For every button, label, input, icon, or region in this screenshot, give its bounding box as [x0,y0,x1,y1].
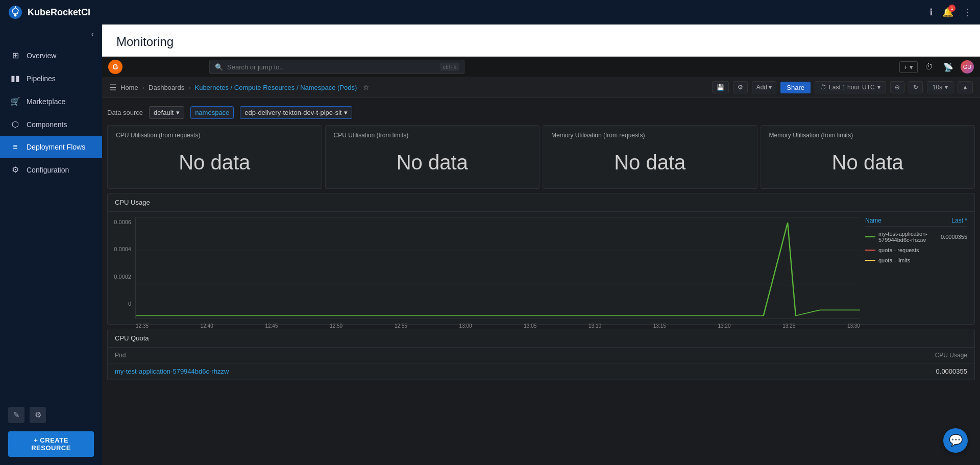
table-col-cpu-usage: CPU Usage [935,352,967,359]
grafana-avatar[interactable]: GU [961,60,974,74]
x-label-5: 12:55 [395,323,407,329]
legend-item-3[interactable]: quota - limits [865,257,967,263]
info-icon[interactable]: ℹ [929,7,933,18]
stat-card-memory-limits: Memory Utilisation (from limits) No data [761,125,975,189]
cpu-quota-table-section: CPU Quota Pod CPU Usage my-test-applicat… [107,329,975,380]
breadcrumb-home[interactable]: Home [120,84,138,91]
legend-item-1-value: 0.0000355 [941,234,967,240]
stat-card-memory-limits-value: No data [769,143,967,182]
grafana-time-selector[interactable]: ⏱ Last 1 hour UTC ▾ [815,81,886,93]
search-icon: 🔍 [215,63,223,71]
timezone-label: UTC [862,84,875,91]
sidebar-item-pipelines[interactable]: ▮▮ Pipelines [0,67,102,90]
grafana-search-bar[interactable]: 🔍 ctrl+k [209,60,464,74]
breadcrumb-sep-2: › [188,84,190,91]
sidebar-item-overview[interactable]: ⊞ Overview [0,44,102,67]
time-selector-label: Last 1 hour [829,84,860,91]
stat-card-memory-limits-title: Memory Utilisation (from limits) [769,132,967,139]
grafana-refresh-interval[interactable]: 10s ▾ [927,81,953,93]
deployment-flows-icon: ≡ [10,142,20,152]
top-bar-left: KubeRocketCI [8,5,90,19]
table-header-row: Pod CPU Usage [108,348,974,363]
breadcrumb-current[interactable]: Kubernetes / Compute Resources / Namespa… [194,84,357,91]
datasource-select[interactable]: default ▾ [149,106,184,119]
app-title: KubeRocketCI [28,7,90,18]
refresh-interval-label: 10s [933,84,942,91]
namespace-select[interactable]: namespace [190,106,234,119]
grafana-main: Data source default ▾ namespace edp-deli… [102,98,980,465]
page-header: Monitoring [102,25,980,57]
legend-item-3-name: quota - limits [878,257,910,263]
notifications-icon[interactable]: 🔔 1 [942,7,953,18]
y-axis-label-3: 0.0002 [114,274,131,280]
chat-button[interactable]: 💬 [943,428,968,453]
legend-item-2[interactable]: quota - requests [865,247,967,253]
app-logo-icon [8,5,22,19]
grafana-filter-row: Data source default ▾ namespace edp-deli… [107,102,975,125]
table-pod-link[interactable]: my-test-application-579944bd6c-rhzzw [115,368,229,375]
legend-item-2-name: quota - requests [878,247,919,253]
notification-badge: 1 [948,5,955,12]
stat-card-memory-requests-title: Memory Utilisation (from requests) [551,132,749,139]
edit-icon-button[interactable]: ✎ [8,407,24,423]
chart-x-axis: 12:35 12:40 12:45 12:50 12:55 13:00 13:0… [136,323,860,329]
breadcrumb-dashboards[interactable]: Dashboards [149,84,184,91]
legend-color-3 [865,260,875,261]
more-menu-icon[interactable]: ⋮ [963,7,972,18]
grafana-refresh-button[interactable]: ↻ [909,81,923,93]
legend-last-header: Last * [951,217,967,224]
stat-card-cpu-limits-title: CPU Utilisation (from limits) [334,132,531,139]
settings-icon-button[interactable]: ⚙ [30,407,46,423]
sidebar-item-configuration-label: Configuration [27,166,69,174]
sidebar-item-configuration[interactable]: ⚙ Configuration [0,158,102,181]
grafana-topbar: G 🔍 ctrl+k + ▾ ⏱ 📡 GU [102,57,980,77]
grafana-breadcrumb: ☰ Home › Dashboards › Kubernetes / Compu… [102,77,980,98]
sidebar-item-deployment-flows[interactable]: ≡ Deployment Flows [0,136,102,158]
legend-item-1[interactable]: my-test-application-579944bd6c-rhzzw 0.0… [865,231,967,243]
grafana-add-button[interactable]: + ▾ [899,61,918,73]
breadcrumb-star-icon[interactable]: ☆ [363,83,370,91]
namespace-value-select[interactable]: edp-delivery-tekton-dev-t-pipe-sit ▾ [240,106,352,119]
namespace-label: namespace [195,109,229,116]
grafana-collapse-button[interactable]: ▲ [958,81,973,93]
stat-card-memory-requests-value: No data [551,143,749,182]
grafana-time-icon[interactable]: ⏱ [922,60,936,74]
x-label-7: 13:05 [524,323,536,329]
sidebar-collapse-button[interactable]: ‹ [0,25,102,44]
sidebar-item-components[interactable]: ⬡ Components [0,113,102,136]
clock-icon: ⏱ [820,84,826,91]
sidebar: ‹ ⊞ Overview ▮▮ Pipelines 🛒 Marketplace … [0,25,102,465]
sidebar-item-marketplace[interactable]: 🛒 Marketplace [0,90,102,113]
stat-card-memory-requests: Memory Utilisation (from requests) No da… [543,125,757,189]
grafana-zoom-out-button[interactable]: ⊖ [890,81,904,93]
datasource-value: default [154,109,174,116]
grafana-share-button[interactable]: Share [780,82,811,93]
x-label-4: 12:50 [330,323,342,329]
cpu-quota-table-title: CPU Quota [108,329,974,348]
namespace-value: edp-delivery-tekton-dev-t-pipe-sit [244,109,341,116]
legend-name-header: Name [865,217,881,224]
x-label-2: 12:40 [201,323,213,329]
grafana-add-panel-button[interactable]: Add ▾ [752,81,777,93]
create-resource-button[interactable]: + CREATE RESOURCE [8,431,94,457]
breadcrumb-menu-icon[interactable]: ☰ [109,83,116,92]
x-label-8: 13:10 [589,323,601,329]
table-row: my-test-application-579944bd6c-rhzzw 0.0… [108,363,974,380]
overview-icon: ⊞ [10,51,20,60]
content-area: Monitoring G 🔍 ctrl+k + ▾ ⏱ 📡 GU [102,25,980,465]
legend-color-1 [865,236,875,237]
configuration-icon: ⚙ [10,165,20,175]
legend-color-2 [865,250,875,251]
x-label-10: 13:20 [718,323,730,329]
grafana-save-button[interactable]: 💾 [712,81,729,93]
cpu-usage-chart-title: CPU Usage [108,193,974,212]
top-navbar: KubeRocketCI ℹ 🔔 1 ⋮ [0,0,980,25]
grafana-search-input[interactable] [227,63,436,71]
sidebar-item-marketplace-label: Marketplace [27,97,65,106]
grafana-rss-icon[interactable]: 📡 [940,60,957,74]
grafana-settings-button[interactable]: ⚙ [733,81,748,93]
stat-card-cpu-limits-value: No data [334,143,531,182]
stat-card-cpu-requests: CPU Utilisation (from requests) No data [107,125,322,189]
sidebar-nav: ⊞ Overview ▮▮ Pipelines 🛒 Marketplace ⬡ … [0,44,102,399]
chart-legend: Name Last * my-test-application-579944bd… [860,217,972,319]
